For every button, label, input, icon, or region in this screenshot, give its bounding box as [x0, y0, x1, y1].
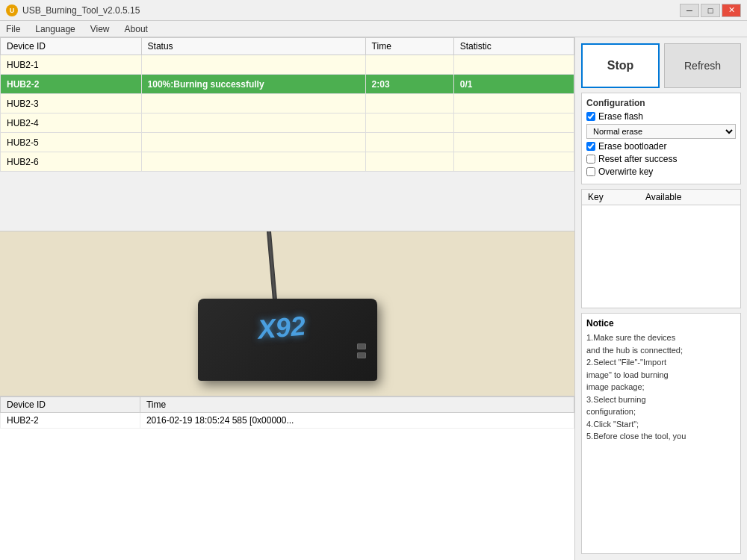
menu-about[interactable]: About: [122, 23, 151, 35]
log-section[interactable]: Device ID Time HUB2-2 2016-02-19 18:05:2…: [0, 396, 574, 560]
status-cell: [141, 133, 365, 152]
action-buttons: Stop Refresh: [581, 43, 741, 88]
stb-antenna: [266, 231, 277, 300]
table-row: HUB2-2 100%:Burning successfully 2:03 0/…: [1, 75, 574, 94]
log-col-time: Time: [140, 397, 574, 413]
minimize-button[interactable]: ─: [680, 4, 699, 17]
menu-view[interactable]: View: [87, 23, 113, 35]
log-row: HUB2-2 2016-02-19 18:05:24 585 [0x00000.…: [1, 413, 574, 429]
reset-after-success-row: Reset after success: [586, 154, 736, 164]
erase-flash-checkbox[interactable]: [586, 112, 595, 121]
log-col-device-id: Device ID: [1, 397, 140, 413]
table-row: HUB2-5: [1, 133, 574, 152]
stb-body: X92: [198, 299, 377, 381]
col-status: Status: [141, 38, 365, 55]
key-col-key: Key: [582, 190, 639, 205]
time-cell: [365, 152, 453, 172]
table-row: HUB2-4: [1, 113, 574, 133]
title-bar: U USB_Burning_Tool_v2.0.5.15 ─ □ ✕: [0, 0, 747, 21]
overwrite-key-label: Overwirte key: [598, 167, 653, 177]
status-cell: 100%:Burning successfully: [141, 75, 365, 94]
key-table: Key Available: [582, 190, 740, 205]
col-statistic: Statistic: [453, 38, 574, 55]
statistic-cell: [453, 133, 574, 152]
configuration-section: Configuration Erase flash Normal erase E…: [581, 93, 741, 184]
stop-button[interactable]: Stop: [581, 43, 660, 88]
device-image-section: X92: [0, 231, 574, 396]
erase-bootloader-row: Erase bootloader: [586, 141, 736, 152]
erase-flash-row: Erase flash: [586, 111, 736, 122]
erase-type-select[interactable]: Normal erase: [586, 124, 736, 139]
log-table: Device ID Time HUB2-2 2016-02-19 18:05:2…: [0, 396, 574, 429]
refresh-button[interactable]: Refresh: [664, 43, 741, 88]
notice-title: Notice: [586, 318, 736, 329]
reset-after-success-checkbox[interactable]: [586, 155, 595, 164]
device-id-cell: HUB2-6: [1, 152, 142, 172]
config-title: Configuration: [586, 98, 736, 108]
time-cell: [365, 55, 453, 75]
stb-port-2: [357, 352, 366, 358]
stb-logo: X92: [256, 310, 306, 345]
menu-bar: File Language View About: [0, 21, 747, 37]
table-row: HUB2-3: [1, 94, 574, 113]
time-cell: 2:03: [365, 75, 453, 94]
erase-flash-label: Erase flash: [598, 111, 643, 122]
statistic-cell: [453, 113, 574, 133]
log-time: 2016-02-19 18:05:24 585 [0x00000...: [140, 413, 574, 429]
col-time: Time: [365, 38, 453, 55]
stb-port-1: [357, 343, 366, 349]
status-cell: [141, 152, 365, 172]
left-panel: Device ID Status Time Statistic HUB2-1 H…: [0, 37, 575, 560]
close-button[interactable]: ✕: [722, 4, 741, 17]
status-cell: [141, 94, 365, 113]
menu-language[interactable]: Language: [32, 23, 78, 35]
erase-bootloader-label: Erase bootloader: [598, 141, 666, 152]
app-icon: U: [6, 4, 18, 16]
statistic-cell: [453, 152, 574, 172]
device-id-cell: HUB2-1: [1, 55, 142, 75]
status-cell: [141, 55, 365, 75]
time-cell: [365, 113, 453, 133]
stb-ports: [357, 343, 366, 358]
col-device-id: Device ID: [1, 38, 142, 55]
maximize-button[interactable]: □: [701, 4, 720, 17]
notice-section: Notice 1.Make sure the devices and the h…: [581, 313, 741, 554]
time-cell: [365, 94, 453, 113]
device-id-cell: HUB2-4: [1, 113, 142, 133]
key-section: Key Available: [581, 189, 741, 308]
reset-after-success-label: Reset after success: [598, 154, 677, 164]
time-cell: [365, 133, 453, 152]
right-panel: Stop Refresh Configuration Erase flash N…: [575, 37, 747, 560]
device-id-cell: HUB2-2: [1, 75, 142, 94]
statistic-cell: 0/1: [453, 75, 574, 94]
menu-file[interactable]: File: [3, 23, 23, 35]
statistic-cell: [453, 94, 574, 113]
device-id-cell: HUB2-5: [1, 133, 142, 152]
statistic-cell: [453, 55, 574, 75]
status-cell: [141, 113, 365, 133]
window-title: USB_Burning_Tool_v2.0.5.15: [22, 5, 140, 16]
device-id-cell: HUB2-3: [1, 94, 142, 113]
table-row: HUB2-6: [1, 152, 574, 172]
device-table: Device ID Status Time Statistic HUB2-1 H…: [0, 37, 574, 172]
key-col-available: Available: [639, 190, 740, 205]
window-controls: ─ □ ✕: [680, 4, 741, 17]
notice-text: 1.Make sure the devices and the hub is c…: [586, 332, 736, 443]
log-device-id: HUB2-2: [1, 413, 140, 429]
device-table-section: Device ID Status Time Statistic HUB2-1 H…: [0, 37, 574, 231]
overwrite-key-checkbox[interactable]: [586, 167, 595, 176]
stb-device: X92: [183, 239, 392, 388]
overwrite-key-row: Overwirte key: [586, 167, 736, 177]
main-layout: Device ID Status Time Statistic HUB2-1 H…: [0, 37, 747, 560]
table-row: HUB2-1: [1, 55, 574, 75]
erase-bootloader-checkbox[interactable]: [586, 142, 595, 151]
